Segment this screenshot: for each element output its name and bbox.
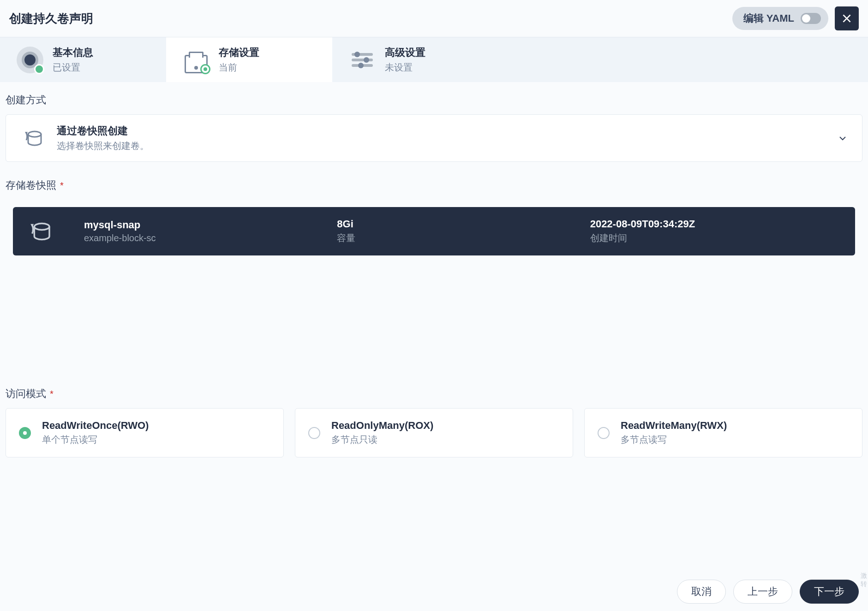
radio-selected-icon: [19, 427, 31, 439]
toggle-switch-icon: [801, 13, 821, 24]
svg-point-1: [34, 223, 49, 230]
stepper-tabs: 基本信息 已设置 存储设置 当前 高级设置 未设置: [0, 37, 868, 82]
mode-desc: 多节点读写: [621, 433, 727, 446]
creation-method-desc: 选择卷快照来创建卷。: [57, 140, 149, 152]
snapshot-list-panel: mysql-snap example-block-sc 8Gi 容量 2022-…: [6, 200, 862, 370]
edit-yaml-label: 编辑 YAML: [743, 12, 794, 25]
creation-method-label: 创建方式: [6, 93, 862, 107]
stepper-basic-info[interactable]: 基本信息 已设置: [0, 37, 166, 82]
snapshot-capacity-label: 容量: [337, 232, 588, 244]
access-mode-rwx[interactable]: ReadWriteMany(RWX) 多节点读写: [584, 408, 862, 457]
snapshot-item-mysql-snap[interactable]: mysql-snap example-block-sc 8Gi 容量 2022-…: [13, 207, 855, 255]
status-badge-current-icon: [200, 64, 210, 74]
mode-title: ReadWriteMany(RWX): [621, 420, 727, 432]
watermark-text: 激 转: [861, 571, 867, 588]
close-button[interactable]: [835, 6, 859, 30]
snapshot-created-label: 创建时间: [590, 232, 841, 244]
step-title: 高级设置: [385, 46, 425, 59]
step-sub: 已设置: [53, 61, 93, 74]
chevron-down-icon: [837, 133, 848, 144]
snapshot-name: mysql-snap: [84, 219, 335, 231]
access-mode-rox[interactable]: ReadOnlyMany(ROX) 多节点只读: [295, 408, 573, 457]
creation-method-title: 通过卷快照创建: [57, 124, 149, 138]
mode-desc: 多节点只读: [331, 433, 433, 446]
status-badge-done-icon: [34, 64, 44, 74]
snapshot-storage-class: example-block-sc: [84, 233, 335, 243]
step-icon-storage: [183, 47, 210, 73]
mode-title: ReadOnlyMany(ROX): [331, 420, 433, 432]
required-asterisk: *: [50, 389, 54, 399]
stepper-storage-settings[interactable]: 存储设置 当前: [166, 37, 332, 82]
step-icon-advanced: [349, 47, 376, 73]
main-content: 创建方式 通过卷快照创建 选择卷快照来创建卷。 存储卷快照 *: [0, 82, 868, 457]
access-mode-group: ReadWriteOnce(RWO) 单个节点读写 ReadOnlyMany(R…: [6, 408, 862, 457]
access-mode-rwo[interactable]: ReadWriteOnce(RWO) 单个节点读写: [6, 408, 284, 457]
snapshot-icon: [27, 219, 82, 244]
step-title: 存储设置: [219, 46, 259, 59]
radio-icon: [308, 427, 320, 439]
close-icon: [841, 12, 853, 24]
snapshot-restore-icon: [20, 125, 46, 151]
required-asterisk: *: [60, 180, 64, 191]
header-actions: 编辑 YAML: [732, 6, 859, 30]
snapshot-created-value: 2022-08-09T09:34:29Z: [590, 218, 841, 230]
snapshot-capacity-value: 8Gi: [337, 218, 588, 230]
radio-icon: [598, 427, 610, 439]
access-mode-label: 访问模式 *: [6, 387, 862, 401]
prev-button[interactable]: 上一步: [733, 580, 792, 604]
step-sub: 未设置: [385, 61, 425, 74]
snapshot-section-label: 存储卷快照 *: [6, 178, 862, 192]
edit-yaml-toggle[interactable]: 编辑 YAML: [732, 7, 828, 30]
cancel-button[interactable]: 取消: [677, 580, 726, 604]
page-title: 创建持久卷声明: [9, 11, 93, 27]
svg-point-0: [28, 131, 41, 137]
mode-desc: 单个节点读写: [42, 433, 149, 446]
creation-method-dropdown[interactable]: 通过卷快照创建 选择卷快照来创建卷。: [6, 114, 862, 162]
footer-actions: 取消 上一步 下一步: [668, 572, 868, 611]
step-title: 基本信息: [53, 46, 93, 59]
mode-title: ReadWriteOnce(RWO): [42, 420, 149, 432]
stepper-advanced-settings[interactable]: 高级设置 未设置: [332, 37, 498, 82]
step-icon-basic: [17, 47, 43, 73]
step-sub: 当前: [219, 61, 259, 74]
sliders-icon: [352, 53, 373, 67]
modal-header: 创建持久卷声明 编辑 YAML: [0, 0, 868, 37]
next-button[interactable]: 下一步: [800, 580, 859, 604]
